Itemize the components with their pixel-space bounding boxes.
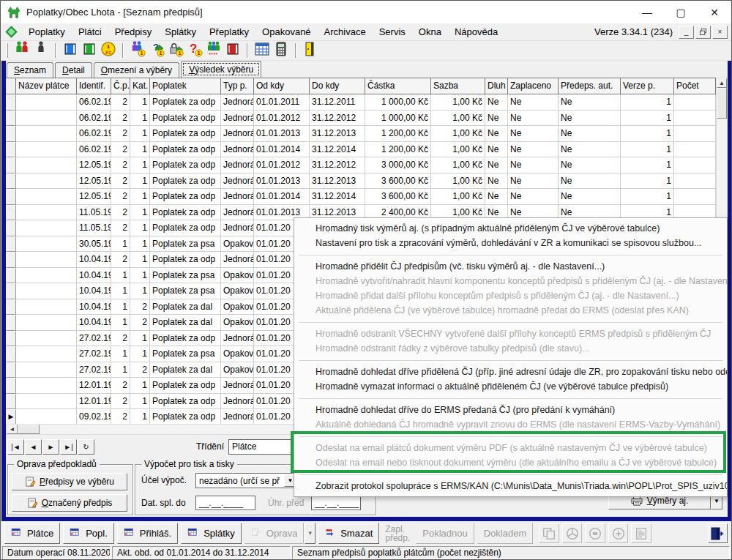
nav-last-button[interactable]: ►| xyxy=(60,439,77,455)
column-header-verze[interactable]: Verze p. xyxy=(621,78,674,94)
button-record-plus[interactable] xyxy=(608,523,629,543)
smazat-button[interactable]: Smazat xyxy=(318,523,379,544)
table-row[interactable]: 06.02.1921Poplatek za odpJednorá01.01.20… xyxy=(6,94,716,111)
pokladnou-button[interactable]: Pokladnou xyxy=(416,523,474,544)
platce-button[interactable]: Plátce xyxy=(4,523,60,544)
oznaceny-predpis-button[interactable]: Označený předpis xyxy=(12,494,127,512)
context-menu-item-hromadne-pridat-dalsi-prilohu-konceptum-[interactable]: Hromadně přidat další přílohu konceptům … xyxy=(294,288,727,303)
context-menu-item-hromadne-pridelit-cj-predpisum-vc-tisku-[interactable]: Hromadně přidělit ČJ předpisům (vč. tisk… xyxy=(294,259,727,274)
button-record-stop[interactable] xyxy=(585,523,605,543)
toolbar-button-assign-people[interactable]: 1 xyxy=(129,42,146,59)
minimize-button[interactable]: — xyxy=(630,1,664,23)
scroll-up-button[interactable]: ▲ xyxy=(717,78,727,88)
popl-button[interactable]: Popl. xyxy=(63,523,114,544)
menubar-item-splatky[interactable]: Splátky xyxy=(158,24,203,40)
column-header-identif[interactable]: Identif. xyxy=(77,78,111,94)
button-wheel[interactable] xyxy=(562,523,583,543)
button-copy-windows[interactable] xyxy=(539,523,559,543)
dat-spl-input[interactable]: __.__.____ xyxy=(195,496,255,510)
tab-detail[interactable]: Detail xyxy=(55,62,92,78)
mdi-close-button[interactable]: × xyxy=(712,26,728,39)
button-form-list[interactable] xyxy=(631,523,651,543)
table-row[interactable]: 12.05.1921Poplatek za odpJednorá01.01.20… xyxy=(6,189,716,205)
toolbar-button-calendar[interactable] xyxy=(253,42,271,59)
context-menu-item-aktualne-dohledana-cj-hromadne-vypravit-[interactable]: Aktuálně dohledaná ČJ hromadně vypravit … xyxy=(294,417,727,432)
context-menu-item-hromadne-dohledat-drive-do-erms-predana-[interactable]: Hromadně dohledat dříve do ERMS předaná … xyxy=(294,403,727,417)
column-header-pocet[interactable]: Počet xyxy=(674,78,716,94)
vertical-scroll-thumb[interactable] xyxy=(717,88,727,119)
uhr-pred-input[interactable]: __.__.____ xyxy=(311,496,361,510)
column-header-typ[interactable]: Typ p. xyxy=(221,78,254,94)
close-button[interactable]: ✕ xyxy=(698,1,731,23)
scroll-left-button[interactable]: ◄ xyxy=(7,425,18,434)
context-menu-item-hromadne-vymazat-informaci-o-aktualne-pr[interactable]: Hromadně vymazat informaci o aktuálně př… xyxy=(294,379,727,394)
menubar-item-platci[interactable]: Plátci xyxy=(72,24,108,40)
menubar-item-preplatky[interactable]: Přeplatky xyxy=(203,24,255,40)
menubar-item-archivace[interactable]: Archivace xyxy=(318,24,373,40)
context-menu-item-hromadne-odstranit-radky-z-vyberove-tabu[interactable]: Hromadně odstranit řádky z výběrové tabu… xyxy=(294,341,727,356)
tab-seznam[interactable]: Seznam xyxy=(7,62,53,78)
column-header-platce[interactable]: Název plátce xyxy=(16,78,77,94)
nav-refresh-button[interactable]: ↻ xyxy=(78,439,94,455)
toolbar-button-question-red[interactable]: ?1 xyxy=(186,42,203,59)
menubar-item-okna[interactable]: Okna xyxy=(412,24,448,40)
toolbar-button-coin-1kc[interactable]: 1Kč xyxy=(100,42,117,59)
table-row[interactable]: 12.05.1921Poplatek za odpJednorá01.01.20… xyxy=(6,157,716,173)
menubar-item-poplatky[interactable]: Poplatky xyxy=(22,24,72,40)
predpisy-ve-vyberu-button[interactable]: Předpisy ve výběru xyxy=(12,473,127,490)
toolbar-button-book-red[interactable] xyxy=(224,42,242,59)
column-header-do[interactable]: Do kdy xyxy=(310,78,365,94)
horizontal-scroll-thumb[interactable] xyxy=(18,425,40,434)
context-menu-item-hromadne-odstranit-vsechny-vytvorene-dal[interactable]: Hromadně odstranit VŠECHNY vytvořené dal… xyxy=(294,326,727,341)
table-row[interactable]: 12.05.1921Poplatek za odpJednorá01.01.20… xyxy=(6,173,716,190)
splatky-button[interactable]: Splátky xyxy=(181,523,242,544)
toolbar-button-payers-pair[interactable] xyxy=(13,42,31,59)
toolbar-button-person[interactable] xyxy=(32,42,50,59)
context-menu-item-hromadne-vytvorit-nahradit-hlavni-kompon[interactable]: Hromadně vytvořit/nahradit hlavní kompon… xyxy=(294,274,727,288)
oprava-dropdown-button[interactable]: ▼ xyxy=(305,523,315,544)
menubar-item-napoveda[interactable]: Nápověda xyxy=(448,24,504,40)
context-menu-item-aktualne-pridelena-cj-ve-vyberove-tabulc[interactable]: Aktuálně přidělená ČJ (ve výběrové tabul… xyxy=(294,303,727,318)
toolbar-button-exit-door[interactable] xyxy=(302,42,319,59)
exit-button[interactable] xyxy=(708,523,728,543)
nav-prev-button[interactable]: ◄ xyxy=(25,439,42,455)
maximize-button[interactable]: ▢ xyxy=(664,1,698,23)
tab-vysledek-vyberu[interactable]: Výsledek výběru xyxy=(181,61,261,78)
column-header-castka[interactable]: Částka xyxy=(365,78,431,94)
context-menu-item-hromadny-tisk-vymeru-aj-s-pripadnym-aktu[interactable]: Hromadný tisk výměrů aj. (s případným ak… xyxy=(294,221,727,236)
oprava-button[interactable]: Oprava xyxy=(244,523,305,544)
table-row[interactable]: 06.02.1921Poplatek za odpJednorá01.01.20… xyxy=(6,142,716,158)
cell-cp: 2 xyxy=(111,409,130,425)
column-header-poplatek[interactable]: Poplatek xyxy=(150,78,221,94)
ucel-combobox[interactable]: nezadáno (určí se př ▼ xyxy=(195,473,298,488)
toolbar-button-assign-question[interactable]: ?1 xyxy=(148,42,165,59)
table-row[interactable]: 06.02.1921Poplatek za odpJednorá01.01.20… xyxy=(6,111,716,127)
prihlas-button[interactable]: Přihláš. xyxy=(117,523,178,544)
toolbar-button-assign-lock[interactable]: 1 xyxy=(167,42,184,59)
column-header-cp[interactable]: Č.p. xyxy=(111,78,130,94)
toolbar-button-family[interactable]: **** xyxy=(205,42,223,59)
table-row[interactable]: 06.02.1921Poplatek za odpJednorá01.01.20… xyxy=(6,126,716,142)
column-header-zapl[interactable]: Zaplaceno xyxy=(508,78,559,94)
column-header-dluh[interactable]: Dluh xyxy=(485,78,508,94)
menubar-item-predpisy[interactable]: Předpisy xyxy=(108,24,159,40)
context-menu-item-hromadne-dohledat-drive-pridelena-cj-pri[interactable]: Hromadně dohledat dříve přidělená ČJ (př… xyxy=(294,365,727,379)
tab-omezeni-a-vybery[interactable]: Omezení a výběry xyxy=(94,62,179,78)
menubar-item-servis[interactable]: Servis xyxy=(373,24,412,40)
column-header-predeps[interactable]: Předeps. aut. xyxy=(559,78,621,94)
cell-zapl: Ne xyxy=(508,126,559,142)
mdi-restore-button[interactable] xyxy=(695,26,711,39)
toolbar-button-calculator[interactable] xyxy=(272,42,290,59)
nav-next-button[interactable]: ► xyxy=(42,439,59,455)
column-header-sazba[interactable]: Sazba xyxy=(431,78,485,94)
toolbar-button-book-green[interactable] xyxy=(81,42,98,59)
context-menu-item-zobrazit-protokol-spoluprace-s-erms-kan-[interactable]: Zobrazit protokol spolupráce s ERMS/KAN … xyxy=(294,479,727,493)
toolbar-button-book-blue[interactable] xyxy=(61,42,79,59)
dokladem-button[interactable]: Dokladem xyxy=(477,523,534,544)
column-header-kat[interactable]: Kat. xyxy=(130,78,150,94)
mdi-minimize-button[interactable]: _ xyxy=(679,26,694,39)
context-menu-item-nastaveni-pro-tisk-a-zpracovani-vymeru-d[interactable]: Nastavení pro tisk a zpracování výměrů, … xyxy=(294,236,727,250)
menubar-item-opakovane[interactable]: Opakované xyxy=(255,24,318,40)
column-header-od[interactable]: Od kdy xyxy=(254,78,310,94)
nav-first-button[interactable]: |◄ xyxy=(7,439,24,455)
